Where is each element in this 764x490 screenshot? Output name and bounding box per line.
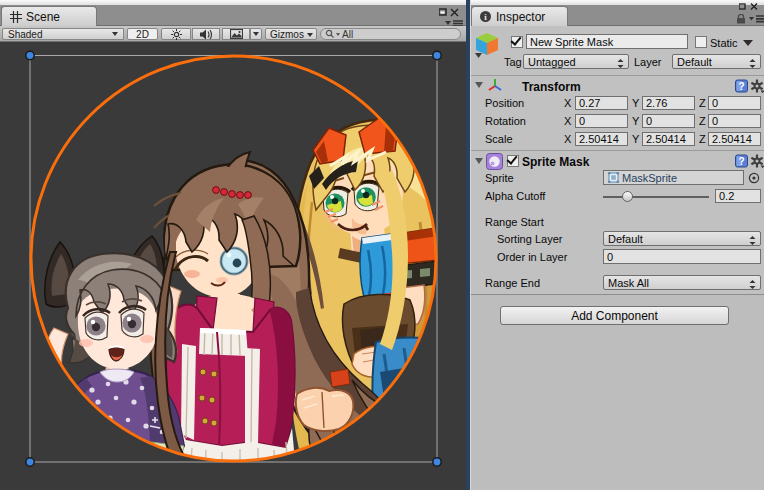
svg-text:?: ? bbox=[738, 81, 744, 92]
svg-text:?: ? bbox=[738, 156, 744, 167]
